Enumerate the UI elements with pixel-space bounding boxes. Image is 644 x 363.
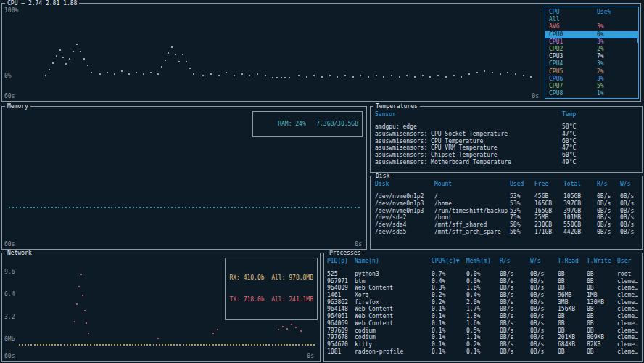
proc-col-t-read[interactable]: T.Read [558,258,587,265]
cpu-legend-row-cpu6[interactable]: CPU63% [545,76,638,83]
process-row[interactable]: 525python30.7%0.0%0B/s0B/s0B0Broot [324,271,642,278]
graph-dot [121,70,123,72]
process-row[interactable]: 954670kitty0.1%0.2%0B/s0B/s684KB82KBclem… [324,341,642,348]
cpu-legend-table[interactable]: CPU Use% AllAVG3%CPU00%CPU13%CPU22%CPU37… [545,7,639,99]
graph-dot [312,207,313,208]
proc-pid: 964148 [327,306,355,313]
proc-tread: 684KB [558,341,587,348]
disk-row[interactable]: /dev/nvme0n1p2/53%45GB105GB0B/s0B/s [371,193,642,200]
graph-dot [171,207,173,208]
process-row[interactable]: 967971btm0.4%0.0%0B/s0B/s0B0Bcleme… [324,278,642,285]
cpu-legend-row-all[interactable]: All [545,16,638,23]
sensor-temp: 47°C [562,144,637,152]
graph-dot [358,207,360,208]
graph-dot [249,75,250,76]
process-row[interactable]: 797609codium0.1%0.5%0B/s0B/s0B0Bcleme… [324,327,642,335]
graph-dot [257,344,258,346]
disk-panel[interactable]: Disk DiskMountUsedFreeTotalR/sW/s /dev/n… [370,176,643,250]
graph-dot [306,76,307,78]
cpu-legend-row-cpu8[interactable]: CPU81% [545,90,638,97]
temperature-row[interactable]: asuswmisensors: CPU Temperature60°C [371,138,642,145]
cpu-legend-row-cpu3[interactable]: CPU37% [545,53,638,60]
proc-rs: 0B/s [500,285,530,292]
graph-dot [96,344,98,346]
proc-user: cleme… [617,334,639,341]
graph-dot [136,207,137,208]
disk-device: /dev/nvme0n1p3 [375,208,434,215]
graph-dot [141,344,142,346]
temperature-row[interactable]: asuswmisensors: CPU Socket Temperature47… [371,131,642,138]
disk-row[interactable]: /dev/nvme0n1p3/home53%165GB397GB0B/s0B/s [371,200,642,208]
proc-mem: 0.0% [466,271,500,278]
graph-dot [73,207,74,208]
processes-panel[interactable]: Processes PID(p)Name(n)CPU%(c)▼Mem%(m)R/… [323,253,643,362]
graph-dot [319,207,321,208]
proc-col-cpu-c-[interactable]: CPU%(c)▼ [432,258,466,265]
graph-dot [321,76,323,78]
disk-row[interactable]: /dev/sda4/mnt/sff_shared58%230GB550GB0B/… [371,221,642,229]
graph-dot [270,207,271,208]
graph-dot [107,72,108,73]
proc-pid: 964061 [327,313,355,320]
graph-dot [30,344,32,346]
proc-col-name-n-[interactable]: Name(n) [355,258,432,265]
cpu-legend-row-cpu1[interactable]: CPU13% [545,38,638,46]
graph-dot [329,75,331,76]
graph-dot [530,76,532,78]
proc-col-pid-p-[interactable]: PID(p) [327,258,355,265]
graph-dot [159,344,160,346]
graph-dot [162,344,163,346]
graph-dot [84,344,86,346]
graph-dot [28,344,29,346]
graph-dot [122,207,123,208]
proc-col-mem-m-[interactable]: Mem%(m) [466,258,500,265]
proc-col-t-write[interactable]: T.Write [587,258,617,265]
disk-row[interactable]: /dev/sda5/mnt/sff_arch_spare56%171GB442G… [371,229,642,236]
disk-used: 53% [510,208,534,215]
proc-twrite: 0B [587,278,617,285]
graph-dot [78,344,80,346]
temperature-row[interactable]: asuswmisensors: Chipset Temperature60°C [371,152,642,159]
proc-col-r-s[interactable]: R/s [500,258,530,265]
process-row[interactable]: 964148Web Content0.1%1.7%0B/s0B/s156KB0B… [324,306,642,313]
proc-col-w-s[interactable]: W/s [530,258,558,265]
cpu-legend-row-cpu7[interactable]: CPU75% [545,83,638,90]
proc-tread: 0B [558,320,587,327]
temperatures-panel[interactable]: Temperatures Sensor Temp amdgpu: edge58°… [370,106,643,173]
graph-dot [484,70,485,72]
cpu-panel[interactable]: CPU ─ 2.74 2.81 1.88 100% 0% 60s 0s CPU … [1,3,641,102]
cpu-legend-row-cpu0[interactable]: CPU00% [545,31,638,38]
cpu-legend-row-cpu4[interactable]: CPU43% [545,60,638,68]
graph-dot [310,344,312,346]
proc-col-user[interactable]: User [617,258,639,265]
disk-mount: /run/timeshift/backup [434,208,510,215]
memory-panel[interactable]: Memory RAM: 24% 7.3GB/30.5GB 60s 0s [1,106,367,250]
graph-dot [25,344,26,346]
cpu-legend-row-cpu2[interactable]: CPU22% [545,46,638,53]
temperature-row[interactable]: asuswmisensors: Motherboard Temperature4… [371,159,642,166]
graph-dot [468,73,470,75]
process-row[interactable]: 1081radeon-profile0.1%0.1%0B/s0B/s0B0Bcl… [324,348,642,356]
graph-dot [80,51,81,52]
cpu-legend-row-cpu5[interactable]: CPU52% [545,68,638,76]
process-row[interactable]: 797678codium0.1%1.1%0B/s0B/s201KB809KBcl… [324,334,642,341]
process-row[interactable]: 1461Xorg0.2%0.4%0B/s0B/s96MB1MBcleme… [324,292,642,299]
process-row[interactable]: 964061Web Content0.1%1.8%0B/s0B/s0B0Bcle… [324,313,642,320]
disk-row[interactable]: /dev/sda2/boot75%25MB101MB0B/s0B/s [371,214,642,221]
proc-user: cleme… [617,348,639,356]
disk-row[interactable]: /dev/nvme0n1p3/run/timeshift/backup53%16… [371,208,642,215]
temperature-row[interactable]: amdgpu: edge58°C [371,123,642,131]
cpu-legend-row-avg[interactable]: AVG3% [545,23,638,30]
proc-user: cleme… [617,299,639,306]
process-row[interactable]: 964069Web Content0.1%1.6%0B/s0B/s0B0Bcle… [324,320,642,327]
disk-mount: /home [434,200,510,208]
network-panel[interactable]: Network 9.66.43.20Mb 60s 0s RX: 410.0b A… [1,253,321,362]
cpu-legend-scrollbar[interactable] [637,35,639,43]
graph-dot [307,344,309,346]
process-row[interactable]: 964009Web Content0.3%1.6%0B/s0B/s0B0Bcle… [324,285,642,292]
graph-dot [99,73,101,75]
temperature-row[interactable]: asuswmisensors: CPU VRM Temperature47°C [371,144,642,152]
process-row[interactable]: 963862firefox0.2%2.0%0B/s0B/s3MB130MBcle… [324,299,642,306]
proc-rs: 0B/s [500,306,530,313]
disk-mount: /mnt/sff_arch_spare [434,229,510,236]
